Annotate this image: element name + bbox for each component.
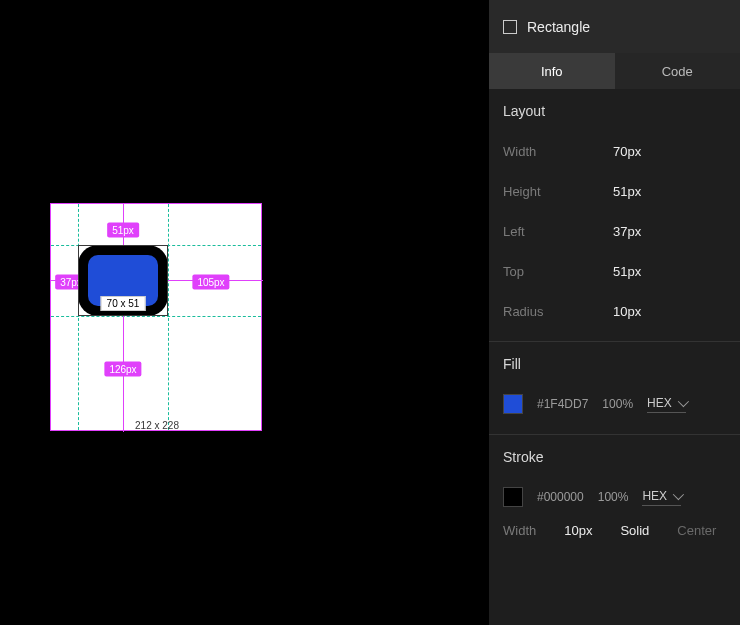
fill-swatch[interactable] <box>503 394 523 414</box>
section-layout: Layout Width 70px Height 51px Left 37px … <box>489 89 740 342</box>
chevron-down-icon <box>678 395 689 406</box>
panel-header: Rectangle <box>489 0 740 53</box>
guide-horizontal-bottom <box>51 316 261 317</box>
label-height: Height <box>503 184 613 199</box>
fill-hex[interactable]: #1F4DD7 <box>537 397 588 411</box>
stroke-width-value[interactable]: 10px <box>564 523 592 538</box>
label-width: Width <box>503 144 613 159</box>
stroke-format-select[interactable]: HEX <box>642 489 681 506</box>
inspector-panel: Rectangle Info Code Layout Width 70px He… <box>489 0 740 625</box>
row-left: Left 37px <box>503 211 726 251</box>
fill-format-select[interactable]: HEX <box>647 396 686 413</box>
stroke-style-value[interactable]: Solid <box>620 523 649 538</box>
value-top[interactable]: 51px <box>613 264 641 279</box>
stroke-swatch[interactable] <box>503 487 523 507</box>
tabs: Info Code <box>489 53 740 89</box>
selection-size-badge: 70 x 51 <box>101 296 146 311</box>
guide-vertical-right <box>168 204 169 430</box>
shape-name: Rectangle <box>527 19 590 35</box>
section-title-layout: Layout <box>503 103 726 119</box>
fill-opacity[interactable]: 100% <box>602 397 633 411</box>
section-title-stroke: Stroke <box>503 449 726 465</box>
distance-badge-bottom: 126px <box>104 362 141 377</box>
stroke-position-value[interactable]: Center <box>677 523 716 538</box>
chevron-down-icon <box>673 488 684 499</box>
value-radius[interactable]: 10px <box>613 304 641 319</box>
canvas-area[interactable]: 51px 37px 105px 126px 70 x 51 212 x 228 <box>0 0 489 625</box>
artboard-size-label: 212 x 228 <box>135 420 179 431</box>
stroke-row: #000000 100% HEX <box>503 477 726 517</box>
guide-vertical-left <box>78 204 79 430</box>
value-left[interactable]: 37px <box>613 224 641 239</box>
tab-info[interactable]: Info <box>489 53 615 89</box>
section-fill: Fill #1F4DD7 100% HEX <box>489 342 740 435</box>
distance-badge-right: 105px <box>192 275 229 290</box>
stroke-format-label: HEX <box>642 489 667 503</box>
row-height: Height 51px <box>503 171 726 211</box>
tab-code[interactable]: Code <box>615 53 741 89</box>
label-left: Left <box>503 224 613 239</box>
fill-format-label: HEX <box>647 396 672 410</box>
row-radius: Radius 10px <box>503 291 726 331</box>
stroke-width-label: Width <box>503 523 536 538</box>
row-width: Width 70px <box>503 131 726 171</box>
row-top: Top 51px <box>503 251 726 291</box>
stroke-opacity[interactable]: 100% <box>598 490 629 504</box>
artboard[interactable]: 51px 37px 105px 126px 70 x 51 212 x 228 <box>50 203 262 431</box>
label-radius: Radius <box>503 304 613 319</box>
stroke-props: Width 10px Solid Center <box>503 523 726 538</box>
stroke-hex[interactable]: #000000 <box>537 490 584 504</box>
distance-badge-top: 51px <box>107 223 139 238</box>
label-top: Top <box>503 264 613 279</box>
value-width[interactable]: 70px <box>613 144 641 159</box>
rectangle-icon <box>503 20 517 34</box>
section-title-fill: Fill <box>503 356 726 372</box>
fill-row: #1F4DD7 100% HEX <box>503 384 726 424</box>
section-stroke: Stroke #000000 100% HEX Width 10px Solid… <box>489 435 740 548</box>
value-height[interactable]: 51px <box>613 184 641 199</box>
